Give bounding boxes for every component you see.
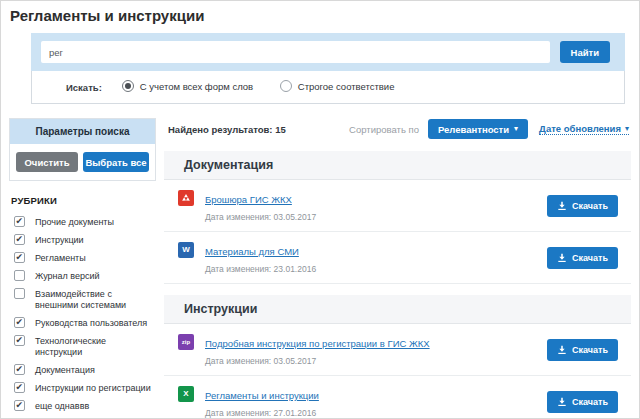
download-icon bbox=[557, 397, 567, 407]
clear-filters-button[interactable]: Очистить bbox=[16, 152, 78, 172]
search-mode-label: Строгое соответствие bbox=[298, 81, 395, 92]
sort-relevance-button[interactable]: Релевантности ▾ bbox=[428, 119, 528, 139]
filter-checkbox[interactable] bbox=[14, 317, 25, 328]
search-mode-radio[interactable] bbox=[280, 80, 292, 92]
filter-checkbox-label: Регламенты bbox=[35, 252, 86, 264]
result-sections: Документация Брошюра ГИС ЖКХ Дата измене… bbox=[164, 151, 631, 419]
sidebar-groups: РУБРИКИ Прочие документы Инструкции Регл… bbox=[9, 195, 156, 419]
filter-checkbox-label: еще однаввв bbox=[35, 400, 89, 412]
filter-checkbox-item[interactable]: Инструкции по регистрации bbox=[9, 379, 156, 397]
result-row: zip Подробная инструкция по регистрации … bbox=[164, 324, 631, 376]
search-button[interactable]: Найти bbox=[560, 41, 610, 63]
download-icon bbox=[557, 253, 567, 263]
download-icon bbox=[557, 201, 567, 211]
search-bar: Найти bbox=[31, 33, 625, 71]
result-row: Брошюра ГИС ЖКХ Дата изменения: 03.05.20… bbox=[164, 180, 631, 232]
document-date: Дата изменения: 03.05.2017 bbox=[205, 356, 547, 366]
chevron-down-icon: ▾ bbox=[514, 125, 518, 133]
document-date: Дата изменения: 23.01.2016 bbox=[205, 264, 547, 274]
filter-checkbox[interactable] bbox=[14, 382, 25, 393]
filter-checkbox-item[interactable]: Инструкции bbox=[9, 231, 156, 249]
sort-by-label: Сортировать по bbox=[349, 124, 419, 135]
file-type-glyph: X bbox=[183, 390, 188, 398]
download-button[interactable]: Скачать bbox=[547, 391, 618, 413]
download-icon bbox=[557, 345, 567, 355]
section-rows: zip Подробная инструкция по регистрации … bbox=[164, 324, 631, 419]
result-section: Документация Брошюра ГИС ЖКХ Дата измене… bbox=[164, 151, 631, 284]
filter-group-items: Прочие документы Инструкции Регламенты Ж… bbox=[9, 213, 156, 415]
filter-checkbox[interactable] bbox=[14, 234, 25, 245]
search-parameters-sidebar: Параметры поиска Очистить Выбрать все РУ… bbox=[9, 118, 156, 419]
section-title: Документация bbox=[164, 151, 631, 180]
filter-checkbox-label: Инструкции по регистрации bbox=[35, 382, 151, 394]
filter-checkbox-item[interactable]: Регламенты bbox=[9, 249, 156, 267]
filter-checkbox[interactable] bbox=[14, 288, 25, 299]
filter-checkbox-item[interactable]: Технологические инструкции bbox=[9, 332, 156, 361]
filter-checkbox-item[interactable]: Прочие документы bbox=[9, 213, 156, 231]
result-section: Инструкции zip Подробная инструкция по р… bbox=[164, 295, 631, 419]
content-columns: Параметры поиска Очистить Выбрать все РУ… bbox=[1, 118, 639, 419]
sidebar-title: Параметры поиска bbox=[10, 119, 155, 144]
zip-file-icon: zip bbox=[178, 334, 194, 350]
search-mode-option[interactable]: Строгое соответствие bbox=[280, 80, 395, 92]
filter-checkbox-label: Руководства пользователя bbox=[35, 317, 147, 329]
filter-checkbox-item[interactable]: еще однаввв bbox=[9, 397, 156, 415]
download-button[interactable]: Скачать bbox=[547, 247, 618, 269]
filter-checkbox-item[interactable]: Взаимодействие с внешними системами bbox=[9, 285, 156, 314]
search-mode-option[interactable]: С учетом всех форм слов bbox=[122, 80, 253, 92]
file-type-glyph: W bbox=[182, 246, 190, 254]
search-mode-radio[interactable] bbox=[122, 80, 134, 92]
filter-checkbox[interactable] bbox=[14, 364, 25, 375]
result-row: X Регламенты и инструкции Дата изменения… bbox=[164, 376, 631, 419]
sort-date-link[interactable]: Дате обновления ▾ bbox=[539, 123, 629, 135]
filter-checkbox[interactable] bbox=[14, 270, 25, 281]
download-button[interactable]: Скачать bbox=[547, 195, 618, 217]
pdf-glyph bbox=[181, 193, 191, 203]
excel-file-icon: X bbox=[178, 386, 194, 402]
section-title: Инструкции bbox=[164, 295, 631, 324]
filter-checkbox-label: Прочие документы bbox=[35, 216, 114, 228]
filter-group: РУБРИКИ Прочие документы Инструкции Регл… bbox=[9, 195, 156, 415]
search-modes-list: С учетом всех форм слов Строгое соответс… bbox=[122, 80, 419, 94]
search-mode-row: Искать: С учетом всех форм слов Строгое … bbox=[31, 71, 625, 104]
document-link[interactable]: Брошюра ГИС ЖКХ bbox=[205, 194, 292, 205]
document-date: Дата изменения: 27.01.2016 bbox=[205, 408, 547, 418]
filter-checkbox-item[interactable]: Журнал версий bbox=[9, 267, 156, 285]
filter-checkbox-label: Технологические инструкции bbox=[35, 335, 154, 358]
filter-checkbox-label: Инструкции bbox=[35, 234, 84, 246]
filter-checkbox-label: Взаимодействие с внешними системами bbox=[35, 288, 154, 311]
filter-checkbox[interactable] bbox=[14, 335, 25, 346]
filter-checkbox-item[interactable]: Документация bbox=[9, 361, 156, 379]
document-link[interactable]: Регламенты и инструкции bbox=[205, 390, 319, 401]
search-scope-label: Искать: bbox=[66, 82, 102, 93]
results-count: Найдено результатов: 15 bbox=[168, 124, 286, 135]
search-mode-label: С учетом всех форм слов bbox=[140, 81, 253, 92]
search-panel: Найти Искать: С учетом всех форм слов Ст… bbox=[31, 33, 625, 104]
chevron-down-icon: ▾ bbox=[625, 125, 629, 133]
section-rows: Брошюра ГИС ЖКХ Дата изменения: 03.05.20… bbox=[164, 180, 631, 284]
search-input[interactable] bbox=[41, 41, 550, 63]
page-title: Регламенты и инструкции bbox=[10, 7, 639, 24]
filter-checkbox[interactable] bbox=[14, 252, 25, 263]
filter-checkbox-label: Документация bbox=[35, 364, 95, 376]
download-button-label: Скачать bbox=[572, 397, 608, 407]
download-button-label: Скачать bbox=[572, 345, 608, 355]
result-row: W Материалы для СМИ Дата изменения: 23.0… bbox=[164, 232, 631, 284]
sort-date-label: Дате обновления bbox=[539, 123, 621, 134]
document-link[interactable]: Материалы для СМИ bbox=[205, 246, 299, 257]
search-results: Найдено результатов: 15 Сортировать по Р… bbox=[164, 118, 631, 419]
sort-relevance-label: Релевантности bbox=[438, 124, 509, 135]
download-button[interactable]: Скачать bbox=[547, 339, 618, 361]
select-all-button[interactable]: Выбрать все bbox=[83, 152, 149, 172]
word-file-icon: W bbox=[178, 242, 194, 258]
filter-checkbox-label: Журнал версий bbox=[35, 270, 100, 282]
document-date: Дата изменения: 03.05.2017 bbox=[205, 212, 547, 222]
file-type-glyph: zip bbox=[182, 339, 190, 345]
document-link[interactable]: Подробная инструкция по регистрации в ГИ… bbox=[205, 338, 430, 349]
filter-checkbox[interactable] bbox=[14, 216, 25, 227]
filter-checkbox[interactable] bbox=[14, 400, 25, 411]
pdf-file-icon bbox=[178, 190, 194, 206]
filter-checkbox-item[interactable]: Руководства пользователя bbox=[9, 314, 156, 332]
download-button-label: Скачать bbox=[572, 253, 608, 263]
filter-group-heading: РУБРИКИ bbox=[11, 195, 156, 206]
